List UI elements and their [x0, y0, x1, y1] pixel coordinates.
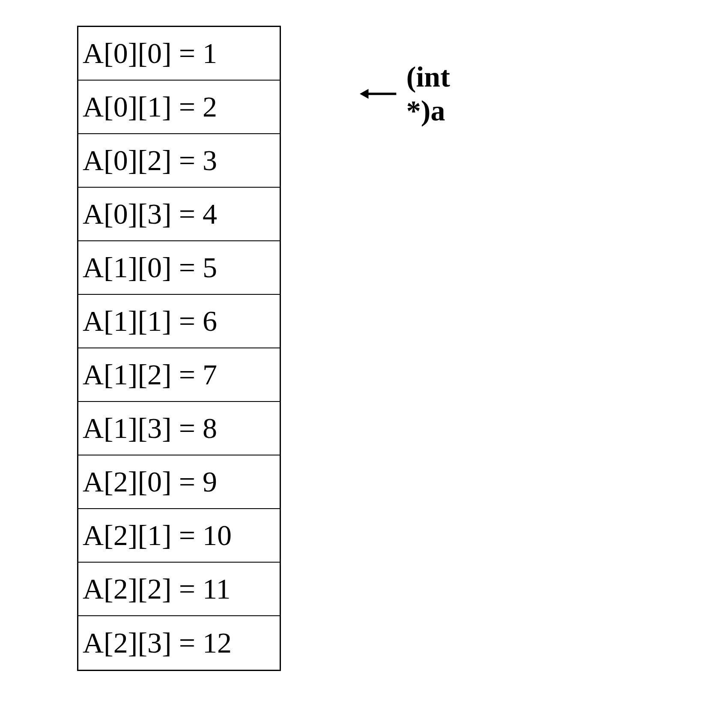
array-cell: A[1][2] = 7	[78, 348, 280, 402]
svg-marker-1	[360, 89, 368, 99]
memory-layout-diagram: A[0][0] = 1 A[0][1] = 2 A[0][2] = 3 A[0]…	[77, 26, 281, 671]
array-cell: A[0][0] = 1	[78, 27, 280, 81]
pointer-annotation: (int *)a	[360, 60, 468, 128]
array-cell: A[1][1] = 6	[78, 295, 280, 348]
memory-box: A[0][0] = 1 A[0][1] = 2 A[0][2] = 3 A[0]…	[77, 26, 281, 671]
arrow-left-icon	[360, 83, 398, 105]
pointer-label: (int *)a	[406, 60, 468, 128]
array-cell: A[2][1] = 10	[78, 509, 280, 563]
array-cell: A[2][2] = 11	[78, 563, 280, 616]
array-cell: A[0][1] = 2	[78, 81, 280, 134]
array-cell: A[0][3] = 4	[78, 188, 280, 241]
array-cell: A[1][0] = 5	[78, 241, 280, 295]
array-cell: A[2][3] = 12	[78, 616, 280, 670]
array-cell: A[1][3] = 8	[78, 402, 280, 455]
array-cell: A[2][0] = 9	[78, 455, 280, 509]
array-cell: A[0][2] = 3	[78, 134, 280, 188]
